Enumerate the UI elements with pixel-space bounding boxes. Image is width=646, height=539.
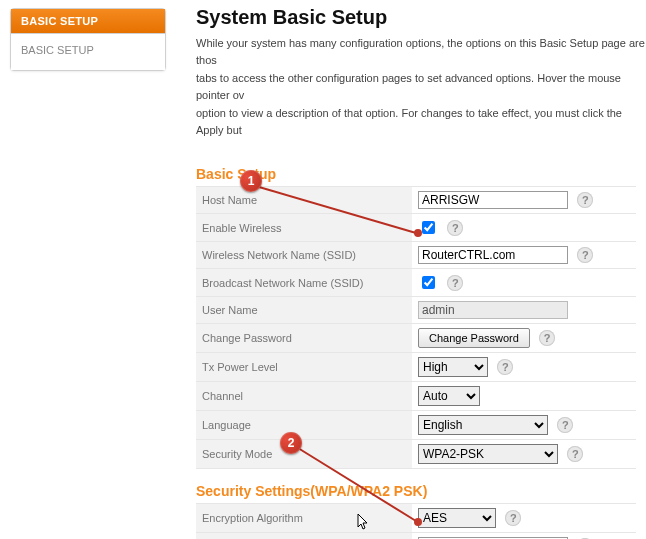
row-language: Language English ? xyxy=(196,411,636,440)
help-icon[interactable]: ? xyxy=(577,192,593,208)
label-encryption: Encryption Algorithm xyxy=(196,504,412,533)
row-broadcast-ssid: Broadcast Network Name (SSID) ? xyxy=(196,269,636,297)
row-tx-power: Tx Power Level High ? xyxy=(196,353,636,382)
callout-dot xyxy=(414,518,422,526)
tx-power-select[interactable]: High xyxy=(418,357,488,377)
help-icon[interactable]: ? xyxy=(447,275,463,291)
callout-1: 1 xyxy=(240,170,262,192)
change-password-button[interactable]: Change Password xyxy=(418,328,530,348)
label-change-password: Change Password xyxy=(196,324,412,353)
help-icon[interactable]: ? xyxy=(539,330,555,346)
user-name-input xyxy=(418,301,568,319)
label-user-name: User Name xyxy=(196,297,412,324)
label-language: Language xyxy=(196,411,412,440)
row-ssid: Wireless Network Name (SSID) ? xyxy=(196,242,636,269)
sidebar-tab-basic-setup[interactable]: BASIC SETUP xyxy=(11,9,165,34)
label-host-name: Host Name xyxy=(196,187,412,214)
callout-dot xyxy=(414,229,422,237)
row-user-name: User Name xyxy=(196,297,636,324)
broadcast-ssid-checkbox[interactable] xyxy=(422,276,435,289)
row-enable-wireless: Enable Wireless ? xyxy=(196,214,636,242)
help-icon[interactable]: ? xyxy=(447,220,463,236)
section-title-security: Security Settings(WPA/WPA2 PSK) xyxy=(196,483,646,499)
label-broadcast-ssid: Broadcast Network Name (SSID) xyxy=(196,269,412,297)
row-change-password: Change Password Change Password ? xyxy=(196,324,636,353)
intro-line: option to view a description of that opt… xyxy=(196,105,646,138)
section-title-basic: Basic Setup xyxy=(196,166,646,182)
help-icon[interactable]: ? xyxy=(567,446,583,462)
language-select[interactable]: English xyxy=(418,415,548,435)
host-name-input[interactable] xyxy=(418,191,568,209)
page-intro: While your system has many configuration… xyxy=(196,35,646,138)
intro-line: While your system has many configuration… xyxy=(196,35,646,68)
row-channel: Channel Auto xyxy=(196,382,636,411)
label-channel: Channel xyxy=(196,382,412,411)
callout-2: 2 xyxy=(280,432,302,454)
help-icon[interactable]: ? xyxy=(577,247,593,263)
label-psk: Pre-Shared Key xyxy=(196,533,412,540)
security-mode-select[interactable]: WPA2-PSK xyxy=(418,444,558,464)
row-host-name: Host Name ? xyxy=(196,187,636,214)
row-security-mode: Security Mode WPA2-PSK ? xyxy=(196,440,636,469)
channel-select[interactable]: Auto xyxy=(418,386,480,406)
main-content: System Basic Setup While your system has… xyxy=(196,6,646,539)
enable-wireless-checkbox[interactable] xyxy=(422,221,435,234)
cursor-icon xyxy=(357,513,371,535)
help-icon[interactable]: ? xyxy=(557,417,573,433)
intro-line: tabs to access the other configuration p… xyxy=(196,70,646,103)
help-icon[interactable]: ? xyxy=(505,510,521,526)
sidebar: BASIC SETUP BASIC SETUP xyxy=(10,8,166,71)
label-enable-wireless: Enable Wireless xyxy=(196,214,412,242)
sidebar-item-basic-setup[interactable]: BASIC SETUP xyxy=(11,34,165,70)
label-security-mode: Security Mode xyxy=(196,440,412,469)
label-tx-power: Tx Power Level xyxy=(196,353,412,382)
encryption-select[interactable]: AES xyxy=(418,508,496,528)
page-title: System Basic Setup xyxy=(196,6,646,29)
label-ssid: Wireless Network Name (SSID) xyxy=(196,242,412,269)
ssid-input[interactable] xyxy=(418,246,568,264)
help-icon[interactable]: ? xyxy=(497,359,513,375)
row-psk: Pre-Shared Key ? xyxy=(196,533,636,540)
